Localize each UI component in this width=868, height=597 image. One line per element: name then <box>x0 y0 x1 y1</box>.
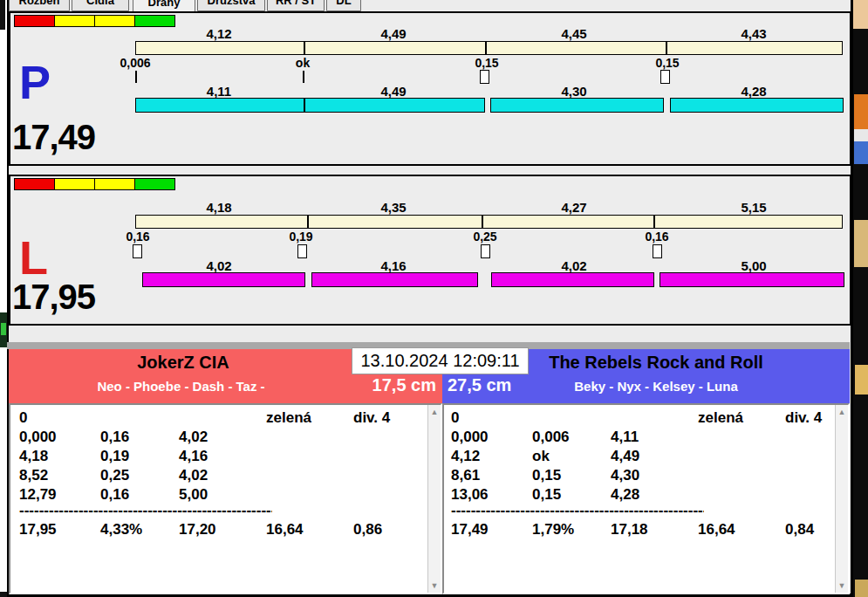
desktop-right-tan-mid <box>854 220 868 267</box>
l-scale-bar <box>135 215 843 229</box>
indicator-red <box>14 15 55 27</box>
desktop-right-strip <box>853 0 868 597</box>
l-scale-divider-1 <box>307 216 309 228</box>
l-run-time-1: 4,02 <box>167 258 271 273</box>
scroll-up-icon[interactable]: ▲ <box>428 408 441 416</box>
p-scale-divider-3 <box>666 42 667 54</box>
indicator-green <box>134 178 175 190</box>
scrollbar[interactable]: ▲ ▼ <box>427 405 441 593</box>
l-sensor-time-1: 4,18 <box>167 200 271 215</box>
l-run-bar-1 <box>142 272 305 287</box>
screen: Rozběh Čidla Dráhy Družstva RR / ST DL 4… <box>0 0 868 597</box>
datetime-display: 13.10.2024 12:09:11 <box>352 347 529 374</box>
lane-panel-l: 4,18 4,35 4,27 5,15 0,16 0,19 0,25 0,16 … <box>9 175 851 326</box>
l-run-bar-3 <box>491 272 654 287</box>
scroll-up-icon[interactable]: ▲ <box>836 408 848 416</box>
table-header-row: 0 zelená div. 4 <box>451 408 835 428</box>
l-gap-box-3 <box>481 244 490 258</box>
scroll-down-icon[interactable]: ▼ <box>836 581 848 590</box>
indicator-yellow-2 <box>94 178 135 190</box>
team-right-members: Beky - Nyx - Kelsey - Luna <box>473 379 839 394</box>
team-left-name: JokerZ CIA <box>9 353 358 373</box>
p-run-time-1: 4,11 <box>167 84 271 99</box>
table-header-row: 0 zelená div. 4 <box>19 408 427 428</box>
p-gap-value-4: 0,15 <box>628 56 707 70</box>
p-sensor-time-2: 4,49 <box>341 26 446 41</box>
l-gap-value-3: 0,25 <box>446 230 524 244</box>
tab-druzstva[interactable]: Družstva <box>197 0 265 11</box>
team-right-jump-height: 27,5 cm <box>448 375 511 395</box>
p-gap-value-3: 0,15 <box>448 56 526 70</box>
desktop-right-tan-low <box>855 365 868 395</box>
l-gap-box-2 <box>297 244 307 258</box>
tab-cidla[interactable]: Čidla <box>72 0 129 11</box>
l-scale-divider-2 <box>482 216 483 228</box>
scroll-down-icon[interactable]: ▼ <box>428 581 441 590</box>
p-run-time-2: 4,49 <box>341 84 446 99</box>
p-gap-value-1: 0,006 <box>96 56 174 70</box>
p-run-time-3: 4,30 <box>522 84 626 99</box>
indicator-yellow-2 <box>94 15 135 27</box>
l-run-time-2: 4,16 <box>341 258 446 273</box>
l-run-time-3: 4,02 <box>522 258 626 273</box>
desktop-right-tan-top <box>853 0 868 29</box>
scrollbar[interactable]: ▲ ▼ <box>835 405 848 593</box>
p-gap-tick-1 <box>135 71 137 83</box>
table-row: 8,52 0,25 4,02 <box>19 466 427 485</box>
desktop-right-orange <box>854 94 868 129</box>
l-sensor-time-3: 4,27 <box>522 200 626 215</box>
p-run-bar-1 <box>135 98 485 113</box>
table-separator: ----------------------------------------… <box>19 504 272 520</box>
l-gap-box-4 <box>653 244 662 258</box>
team-left-jump-height: 17,5 cm <box>368 375 436 395</box>
p-lane-letter: P <box>19 58 51 106</box>
p-scale-divider-1 <box>304 42 305 54</box>
p-gap-value-2: ok <box>263 56 342 70</box>
results-panel-left[interactable]: 0 zelená div. 4 0,000 0,16 4,02 4,18 0,1… <box>9 403 442 594</box>
p-sensor-time-3: 4,45 <box>522 26 626 41</box>
team-left-members: Neo - Phoebe - Dash - Taz - <box>9 379 353 394</box>
desktop-left-dark <box>0 0 5 30</box>
p-run-bar-3 <box>670 98 844 113</box>
table-row: 4,18 0,19 4,16 <box>19 447 427 466</box>
l-gap-value-1: 0,16 <box>99 230 177 244</box>
p-scale-divider-2 <box>485 42 487 54</box>
l-lane-letter: L <box>19 234 48 281</box>
p-run-bar-divider <box>304 99 305 112</box>
indicator-yellow-1 <box>54 15 95 27</box>
indicator-red <box>14 178 55 190</box>
indicator-green <box>134 15 175 27</box>
desktop-right-tan-bottom <box>855 580 868 597</box>
l-run-bar-2 <box>311 272 478 287</box>
table-row: 12,79 0,16 5,00 <box>19 485 427 504</box>
table-row: 13,06 0,15 4,28 <box>451 485 835 504</box>
l-sensor-time-2: 4,35 <box>341 200 446 215</box>
desktop-left-strip <box>0 0 7 597</box>
p-run-bar-2 <box>490 98 664 113</box>
tab-rr-st[interactable]: RR / ST <box>267 0 325 11</box>
l-run-bar-4 <box>660 272 844 287</box>
p-sensor-time-4: 4,43 <box>701 26 806 41</box>
l-gap-value-4: 0,16 <box>618 230 696 244</box>
table-totals-row: 17,49 1,79% 17,18 16,64 0,84 <box>451 520 835 539</box>
tab-drahy[interactable]: Dráhy <box>133 0 195 11</box>
table-row: 4,12 ok 4,49 <box>451 447 835 466</box>
p-run-time-4: 4,28 <box>701 84 806 99</box>
l-run-time-4: 5,00 <box>701 258 806 273</box>
tab-dl[interactable]: DL <box>326 0 361 11</box>
table-totals-row: 17,95 4,33% 17,20 16,64 0,86 <box>19 520 427 539</box>
tab-bar: Rozběh Čidla Dráhy Družstva RR / ST DL <box>7 0 850 11</box>
p-lane-total: 17,49 <box>12 120 95 154</box>
results-left-content: 0 zelená div. 4 0,000 0,16 4,02 4,18 0,1… <box>10 405 427 593</box>
desktop-right-blue <box>854 141 868 164</box>
desktop-right-white <box>854 129 868 141</box>
l-scale-divider-3 <box>653 216 655 228</box>
tab-rozbeh[interactable]: Rozběh <box>9 0 70 11</box>
table-row: 0,000 0,006 4,11 <box>451 428 835 447</box>
l-gap-value-2: 0,19 <box>262 230 340 244</box>
p-sensor-time-1: 4,12 <box>167 26 271 41</box>
results-panel-right[interactable]: 0 zelená div. 4 0,000 0,006 4,11 4,12 ok… <box>442 403 850 594</box>
p-gap-box-3 <box>480 70 489 84</box>
indicator-yellow-1 <box>54 178 95 190</box>
desktop-left-icon-green <box>1 323 6 335</box>
